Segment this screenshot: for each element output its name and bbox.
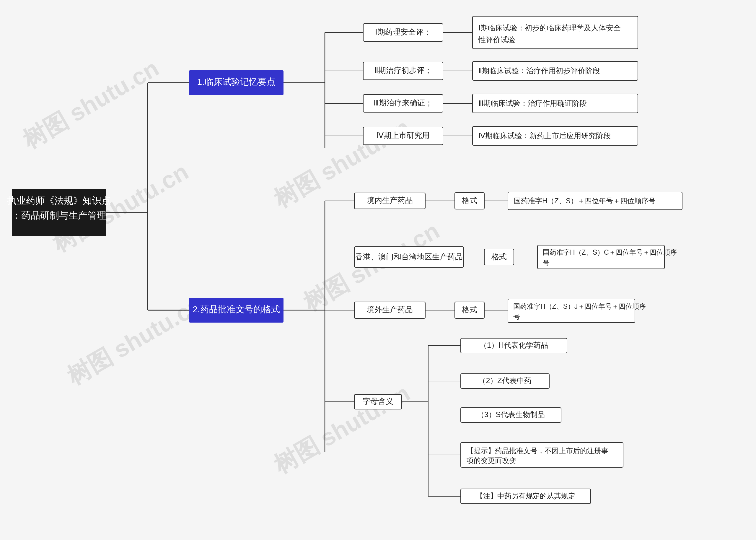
hkmo-label: 香港、澳门和台湾地区生产药品: [355, 252, 463, 261]
phase1-label: Ⅰ期药理安全评；: [375, 28, 431, 36]
foreign-format-value1: 国药准字H（Z、S）J＋四位年号＋四位顺序: [513, 303, 646, 310]
hkmo-format-label: 格式: [491, 252, 507, 261]
hkmo-format-value1: 国药准字H（Z、S）C＋四位年号＋四位顺序: [543, 248, 677, 256]
mind-map-svg: 执业药师《法规》知识点 ：药品研制与生产管理 1.临床试验记忆要点 Ⅰ期药理安全…: [0, 0, 756, 540]
foreign-format-label: 格式: [462, 305, 477, 314]
letters-label: 字母含义: [363, 397, 393, 406]
letter-z-text: （2）Z代表中药: [479, 376, 531, 385]
phase4-label: Ⅳ期上市研究用: [377, 131, 430, 140]
foreign-format-value2: 号: [513, 313, 520, 321]
phase2-detail-text: Ⅱ期临床试验：治疗作用初步评价阶段: [479, 67, 600, 75]
phase3-label: Ⅲ期治疗来确证；: [374, 98, 433, 107]
domestic-label: 境内生产药品: [367, 196, 413, 205]
phase1-detail-text1: Ⅰ期临床试验：初步的临床药理学及人体安全: [479, 24, 621, 32]
foreign-label: 境外生产药品: [367, 305, 413, 314]
phase3-detail-text: Ⅲ期临床试验：治疗作用确证阶段: [479, 99, 587, 107]
phase4-detail-text: Ⅳ期临床试验：新药上市后应用研究阶段: [479, 131, 611, 140]
tip-text1: 【提示】药品批准文号，不因上市后的注册事: [467, 447, 608, 455]
root-text-line1: 执业药师《法规》知识点: [7, 195, 111, 206]
letter-h-text: （1）H代表化学药品: [480, 341, 548, 349]
domestic-format-label: 格式: [462, 196, 477, 205]
letter-s-text: （3）S代表生物制品: [477, 410, 545, 419]
domestic-format-value: 国药准字H（Z、S）＋四位年号＋四位顺序号: [514, 197, 656, 205]
tip-text2: 项的变更而改变: [467, 457, 516, 465]
hkmo-format-value2: 号: [543, 259, 550, 267]
diagram-container: 树图 shutu.cn 树图 shutu.cn 树图 shutu.cn 树图 s…: [0, 0, 756, 540]
root-text-line2: ：药品研制与生产管理: [12, 210, 106, 221]
section2-label: 2.药品批准文号的格式: [192, 304, 280, 314]
phase1-detail-text2: 性评价试验: [478, 36, 515, 44]
section1-label: 1.临床试验记忆要点: [197, 77, 275, 86]
note-text: 【注】中药另有规定的从其规定: [476, 492, 575, 500]
phase2-label: Ⅱ期治疗初步评；: [375, 66, 432, 75]
phase1-detail-bg: [473, 16, 638, 49]
